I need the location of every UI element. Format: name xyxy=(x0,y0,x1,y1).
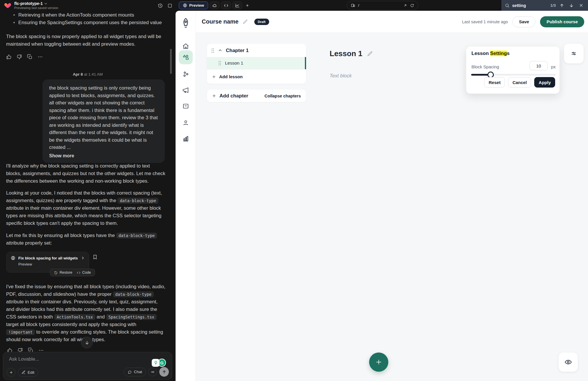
chat-input[interactable] xyxy=(9,356,119,362)
history-icon xyxy=(158,3,163,8)
settings-toggle-button[interactable] xyxy=(564,44,584,63)
drag-handle-icon[interactable] xyxy=(218,60,221,66)
add-block-fab[interactable] xyxy=(369,352,388,372)
apply-button[interactable]: Apply xyxy=(534,77,555,88)
more-icon[interactable] xyxy=(37,54,43,60)
grammarly-badges: G xyxy=(152,359,166,367)
text-segment: attribute properly set: xyxy=(6,240,52,246)
find-close-button[interactable] xyxy=(578,2,585,9)
preview-button[interactable]: Preview xyxy=(179,1,208,9)
home-icon xyxy=(182,43,189,50)
input-tools-right: Chat xyxy=(124,367,169,377)
edit-mode-button[interactable]: Edit xyxy=(18,368,38,377)
sidebar-item-analytics[interactable] xyxy=(179,132,193,146)
inline-code: data-block-type xyxy=(113,291,154,297)
panel-icon xyxy=(168,3,172,8)
add-chapter-label: Add chapter xyxy=(219,93,248,99)
preview-toggle-button[interactable] xyxy=(559,352,578,372)
sidebar-item-content[interactable] xyxy=(179,50,193,64)
edit-lesson-icon[interactable] xyxy=(367,51,373,57)
chat-bubble-icon xyxy=(128,370,132,374)
edit-label: Edit xyxy=(28,370,34,375)
add-lesson-button[interactable]: Add lesson xyxy=(207,69,306,84)
copy-icon[interactable] xyxy=(27,54,33,60)
url-bar[interactable]: / xyxy=(347,1,418,10)
drag-handle-icon[interactable] xyxy=(211,48,215,53)
bullet-item: Retrieving it when the ActionTools compo… xyxy=(12,11,163,19)
rocket-icon[interactable] xyxy=(181,17,191,29)
lesson-settings-panel: Lesson Settings Block Spacing px Reset C… xyxy=(466,47,560,94)
cloud-button[interactable] xyxy=(210,1,219,9)
chat-scrollbar[interactable] xyxy=(170,49,172,74)
chat-panel: Retrieving it when the ActionTools compo… xyxy=(0,11,176,381)
sidebar-item-announcements[interactable] xyxy=(179,83,193,97)
save-button[interactable]: Save xyxy=(512,16,535,27)
find-input[interactable] xyxy=(512,3,546,8)
assistant-paragraph: I'll analyze why the block spacing setti… xyxy=(6,162,165,185)
lesson-row-label: Lesson 1 xyxy=(225,60,243,66)
publish-course-button[interactable]: Publish course xyxy=(540,16,584,27)
lovable-logo-icon[interactable] xyxy=(4,1,12,9)
cancel-button[interactable]: Cancel xyxy=(508,77,531,88)
add-chapter-button[interactable]: Add chapter xyxy=(212,93,248,99)
mode-toolbar: Preview + xyxy=(179,1,251,9)
find-prev-button[interactable] xyxy=(558,2,565,9)
restore-button[interactable]: Restore xyxy=(54,270,72,275)
title-segment: Lesson xyxy=(471,51,490,56)
timestamp-date: Apr 8 xyxy=(73,72,83,76)
settings-title: Lesson Settings xyxy=(471,51,510,56)
scroll-to-bottom-button[interactable] xyxy=(81,337,93,348)
preview-label: Preview xyxy=(189,3,204,8)
arrow-down-icon xyxy=(85,340,90,345)
send-button[interactable] xyxy=(159,367,169,377)
sidebar-item-community[interactable] xyxy=(179,67,193,81)
attach-button[interactable] xyxy=(7,368,15,377)
plus-icon xyxy=(212,93,217,98)
open-external-icon[interactable] xyxy=(403,3,407,8)
sidebar-item-profile[interactable] xyxy=(179,116,193,130)
lesson-title: Lesson 1 xyxy=(330,49,362,58)
version-actions: Restore Code xyxy=(50,269,95,276)
chevron-up-icon[interactable] xyxy=(218,48,222,53)
history-button[interactable] xyxy=(157,2,163,9)
code-view-button[interactable] xyxy=(221,1,231,9)
sidebar-item-inbox[interactable] xyxy=(179,99,193,113)
pocket-icon xyxy=(182,103,189,110)
reset-button[interactable]: Reset xyxy=(484,77,505,88)
find-next-button[interactable] xyxy=(568,2,575,9)
thumbs-up-icon[interactable] xyxy=(6,54,12,60)
arrow-up-icon xyxy=(162,370,167,374)
thumbs-down-icon[interactable] xyxy=(17,54,22,60)
block-spacing-slider[interactable] xyxy=(471,74,556,76)
app-content: Chapter 1 Lesson 1 Add lesson Add chapte… xyxy=(196,33,588,381)
unit-label: px xyxy=(551,64,556,69)
megaphone-icon xyxy=(182,87,189,94)
chat-mode-button[interactable]: Chat xyxy=(124,368,146,376)
lesson-row[interactable]: Lesson 1 xyxy=(207,57,306,69)
bar-chart-icon xyxy=(182,135,189,142)
project-name[interactable]: flc-prototype-1 xyxy=(14,1,43,6)
header-actions: Last saved 1 minute ago Save Publish cou… xyxy=(462,16,584,27)
chevron-down-icon[interactable] xyxy=(44,2,47,5)
bookmark-button[interactable] xyxy=(92,254,98,260)
add-chapter-card: Add chapter Collapse chapters xyxy=(207,90,306,102)
voice-button[interactable] xyxy=(148,368,157,376)
collapse-chapters-button[interactable]: Collapse chapters xyxy=(264,94,301,98)
refresh-icon[interactable] xyxy=(410,3,414,8)
plus-icon xyxy=(212,74,216,79)
grammarly-suggestion-button[interactable] xyxy=(152,359,160,367)
show-more-link[interactable]: Show more xyxy=(49,153,74,159)
edit-title-icon[interactable] xyxy=(243,19,248,24)
code-button[interactable]: Code xyxy=(77,270,91,275)
add-tab-button[interactable]: + xyxy=(244,1,251,9)
last-saved-text: Last saved 1 minute ago xyxy=(462,19,508,24)
chapter-title: Chapter 1 xyxy=(226,48,249,54)
search-icon xyxy=(505,3,510,8)
block-spacing-input[interactable] xyxy=(530,61,548,70)
analytics-button[interactable] xyxy=(233,1,242,9)
text-block-placeholder[interactable]: Text block xyxy=(330,73,352,79)
panel-toggle-button[interactable] xyxy=(167,2,173,9)
search-highlight: Setting xyxy=(490,51,507,56)
url-path[interactable]: / xyxy=(358,3,400,8)
message-actions xyxy=(6,54,43,60)
